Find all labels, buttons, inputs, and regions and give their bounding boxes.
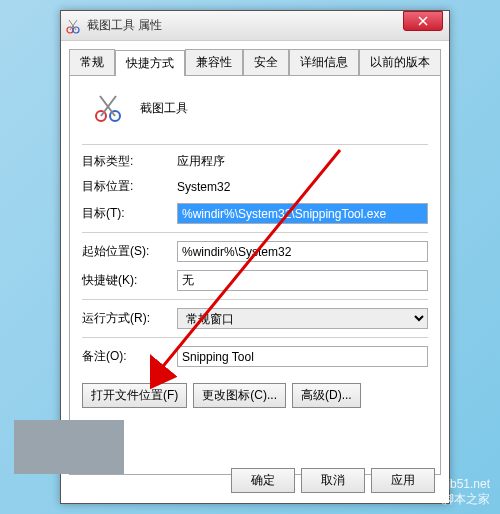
value-target-loc: System32 bbox=[177, 180, 428, 194]
divider bbox=[82, 337, 428, 338]
tab-general[interactable]: 常规 bbox=[69, 49, 115, 75]
watermark-name: 脚本之家 bbox=[442, 492, 490, 508]
action-buttons: 打开文件位置(F) 更改图标(C)... 高级(D)... bbox=[82, 383, 428, 408]
divider bbox=[82, 232, 428, 233]
input-comment[interactable] bbox=[177, 346, 428, 367]
advanced-button[interactable]: 高级(D)... bbox=[292, 383, 361, 408]
row-target-type: 目标类型: 应用程序 bbox=[82, 153, 428, 170]
divider bbox=[82, 299, 428, 300]
close-button[interactable] bbox=[403, 11, 443, 31]
watermark: jb51.net 脚本之家 bbox=[442, 477, 490, 508]
row-shortcut-key: 快捷键(K): bbox=[82, 270, 428, 291]
close-icon bbox=[418, 16, 428, 26]
row-comment: 备注(O): bbox=[82, 346, 428, 367]
scissors-icon bbox=[92, 92, 124, 124]
tab-shortcut[interactable]: 快捷方式 bbox=[115, 50, 185, 76]
shortcut-panel: 截图工具 目标类型: 应用程序 目标位置: System32 目标(T): 起始… bbox=[69, 75, 441, 475]
titlebar: 截图工具 属性 bbox=[61, 11, 449, 41]
app-header: 截图工具 bbox=[82, 88, 428, 138]
ok-button[interactable]: 确定 bbox=[231, 468, 295, 493]
label-run: 运行方式(R): bbox=[82, 310, 177, 327]
watermark-url: jb51.net bbox=[442, 477, 490, 493]
gray-overlay bbox=[14, 420, 124, 474]
row-target: 目标(T): bbox=[82, 203, 428, 224]
app-name: 截图工具 bbox=[140, 100, 188, 117]
row-run: 运行方式(R): 常规窗口 bbox=[82, 308, 428, 329]
apply-button[interactable]: 应用 bbox=[371, 468, 435, 493]
label-start-in: 起始位置(S): bbox=[82, 243, 177, 260]
tab-strip: 常规 快捷方式 兼容性 安全 详细信息 以前的版本 bbox=[61, 41, 449, 75]
value-target-type: 应用程序 bbox=[177, 153, 428, 170]
label-target-loc: 目标位置: bbox=[82, 178, 177, 195]
tab-previous[interactable]: 以前的版本 bbox=[359, 49, 441, 75]
input-start-in[interactable] bbox=[177, 241, 428, 262]
row-target-loc: 目标位置: System32 bbox=[82, 178, 428, 195]
label-shortcut-key: 快捷键(K): bbox=[82, 272, 177, 289]
cancel-button[interactable]: 取消 bbox=[301, 468, 365, 493]
label-comment: 备注(O): bbox=[82, 348, 177, 365]
label-target: 目标(T): bbox=[82, 205, 177, 222]
divider bbox=[82, 144, 428, 145]
row-start-in: 起始位置(S): bbox=[82, 241, 428, 262]
change-icon-button[interactable]: 更改图标(C)... bbox=[193, 383, 286, 408]
label-target-type: 目标类型: bbox=[82, 153, 177, 170]
tab-compat[interactable]: 兼容性 bbox=[185, 49, 243, 75]
window-title: 截图工具 属性 bbox=[87, 17, 445, 34]
app-icon bbox=[65, 18, 81, 34]
input-target[interactable] bbox=[177, 203, 428, 224]
tab-security[interactable]: 安全 bbox=[243, 49, 289, 75]
input-shortcut-key[interactable] bbox=[177, 270, 428, 291]
dialog-buttons: 确定 取消 应用 bbox=[231, 468, 435, 493]
open-location-button[interactable]: 打开文件位置(F) bbox=[82, 383, 187, 408]
select-run[interactable]: 常规窗口 bbox=[177, 308, 428, 329]
tab-details[interactable]: 详细信息 bbox=[289, 49, 359, 75]
